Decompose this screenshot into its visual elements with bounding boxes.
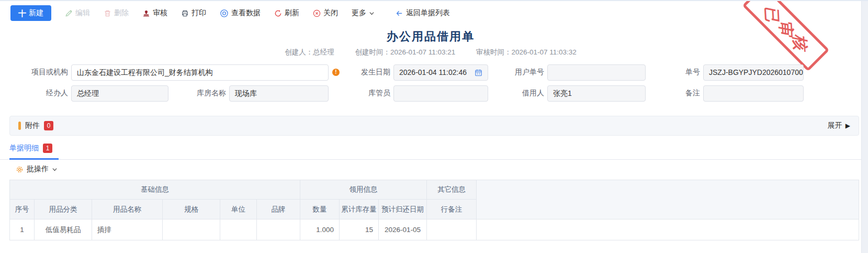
chevron-down-icon — [52, 167, 58, 172]
cell-category: 低值易耗品 — [35, 219, 92, 240]
close-circle-icon — [313, 9, 321, 17]
calendar-icon[interactable] — [475, 69, 482, 76]
project-org-input[interactable]: 山东金石建设工程有限公司_财务结算机构 — [71, 64, 329, 81]
col-row-remark: 行备注 — [427, 200, 477, 219]
batch-ops-label: 批操作 — [27, 164, 49, 174]
edit-button-label: 编辑 — [75, 8, 90, 18]
col-cumulative-stock: 累计库存量 — [340, 200, 379, 219]
delete-button: 删除 — [104, 8, 129, 18]
row-filler-cell — [477, 219, 859, 240]
attachments-count-badge: 0 — [44, 121, 53, 130]
col-quantity: 数量 — [300, 200, 340, 219]
warehouse-name-label: 库房名称 — [195, 89, 226, 98]
field-warehouse-name: 库房名称 现场库 — [195, 85, 329, 102]
cell-quantity: 1.000 — [300, 219, 340, 240]
batch-ops-button[interactable]: 批操作 — [16, 164, 58, 174]
expand-label: 展开 — [828, 121, 842, 130]
doc-no-input[interactable]: JSZJ-BGYPJYD20260107001 — [703, 64, 804, 81]
refresh-button[interactable]: 刷新 — [274, 8, 299, 18]
created-time-value: 2026-01-07 11:03:21 — [390, 48, 455, 56]
group-usage-info: 领用信息 — [300, 180, 427, 200]
audit-button-label: 审核 — [153, 8, 167, 18]
field-remark: 备注 — [677, 85, 804, 102]
borrower-input[interactable]: 张亮1 — [547, 85, 646, 102]
occur-date-value: 2026-01-04 11:02:46 — [399, 65, 467, 80]
field-warehouse-keeper: 库管员 — [363, 85, 488, 102]
col-unit: 单位 — [220, 200, 257, 219]
pencil-icon — [65, 9, 73, 17]
new-button-label: 新建 — [29, 8, 43, 18]
col-item-name: 用品名称 — [92, 200, 163, 219]
col-spec: 规格 — [163, 200, 220, 219]
eye-icon — [220, 9, 229, 18]
info-icon[interactable]: ! — [332, 69, 340, 76]
back-to-list-label: 返回单据列表 — [406, 8, 450, 18]
col-expected-return-date: 预计归还日期 — [379, 200, 427, 219]
handler-label: 经办人 — [41, 89, 68, 98]
project-org-label: 项目或机构 — [19, 68, 68, 77]
table-row[interactable]: 1 低值易耗品 插排 1.000 15 2026-01-05 — [10, 219, 859, 240]
cell-unit — [220, 219, 257, 240]
plus-icon: 十 — [18, 9, 26, 17]
doc-no-label: 单号 — [677, 68, 700, 77]
chevron-down-icon — [369, 10, 375, 16]
field-borrower: 借用人 张亮1 — [517, 85, 646, 102]
refresh-icon — [274, 9, 282, 17]
creator-value: 总经理 — [313, 48, 334, 56]
warehouse-keeper-label: 库管员 — [363, 89, 390, 98]
right-gutter — [861, 1, 868, 253]
print-button[interactable]: 打印 — [181, 8, 206, 18]
cell-spec — [163, 219, 220, 240]
new-button[interactable]: 十新建 — [10, 5, 51, 21]
audited-time-label: 审核时间： — [476, 48, 512, 56]
triangle-right-icon: ▶ — [846, 122, 850, 129]
more-button-label: 更多 — [352, 8, 366, 18]
cell-row-remark — [427, 219, 477, 240]
attachments-bar[interactable]: 附件 0 展开 ▶ — [9, 116, 859, 136]
tab-doc-detail[interactable]: 单据明细 1 — [9, 144, 52, 153]
edit-button: 编辑 — [65, 8, 90, 18]
trash-icon — [104, 9, 111, 17]
field-doc-no: 单号 JSZJ-BGYPJYD20260107001 — [677, 64, 804, 81]
cell-expected-return-date: 2026-01-05 — [379, 219, 427, 240]
audited-time-value: 2026-01-07 11:03:32 — [512, 48, 577, 56]
field-occur-date: 发生日期 2026-01-04 11:02:46 — [360, 64, 488, 81]
cell-seq: 1 — [10, 219, 35, 240]
printer-icon — [181, 9, 189, 17]
col-category: 用品分类 — [35, 200, 92, 219]
group-other-info: 其它信息 — [427, 180, 477, 200]
warehouse-name-input[interactable]: 现场库 — [229, 85, 329, 102]
office-supply-borrow-form-page: 十新建 编辑 删除 审核 打印 查看数据 刷新 关闭 — [0, 1, 868, 253]
created-time-label: 创建时间： — [355, 48, 390, 56]
created-time-meta: 创建时间：2026-01-07 11:03:21 — [355, 48, 455, 56]
attachment-marker-icon — [18, 122, 21, 130]
print-button-label: 打印 — [191, 8, 206, 18]
warehouse-keeper-input[interactable] — [393, 85, 488, 102]
remark-input[interactable] — [703, 85, 804, 102]
col-brand: 品牌 — [257, 200, 300, 219]
tab-bar: 单据明细 1 — [0, 141, 861, 160]
audited-time-meta: 审核时间：2026-01-07 11:03:32 — [476, 48, 577, 56]
creator-meta: 创建人：总经理 — [285, 48, 334, 56]
toolbar: 十新建 编辑 删除 审核 打印 查看数据 刷新 关闭 — [0, 1, 861, 25]
col-seq: 序号 — [10, 200, 35, 219]
view-data-button[interactable]: 查看数据 — [220, 8, 261, 18]
user-order-no-label: 用户单号 — [514, 68, 544, 77]
cell-brand — [257, 219, 300, 240]
close-button-label: 关闭 — [323, 8, 338, 18]
view-data-button-label: 查看数据 — [231, 8, 261, 18]
handler-input[interactable]: 总经理 — [71, 85, 168, 102]
attachments-label: 附件 — [25, 121, 40, 130]
expand-button[interactable]: 展开 ▶ — [828, 121, 850, 130]
more-button[interactable]: 更多 — [352, 8, 375, 18]
back-to-list-button[interactable]: 返回单据列表 — [396, 8, 450, 18]
tab-doc-detail-count-badge: 1 — [43, 144, 52, 153]
refresh-button-label: 刷新 — [285, 8, 299, 18]
occur-date-input[interactable]: 2026-01-04 11:02:46 — [393, 64, 488, 81]
field-handler: 经办人 总经理 — [41, 85, 168, 102]
user-order-no-input[interactable] — [547, 64, 646, 81]
close-button[interactable]: 关闭 — [313, 8, 338, 18]
detail-table: 基础信息 领用信息 其它信息 序号 用品分类 用品名称 规格 单位 品牌 数量 … — [9, 180, 859, 240]
remark-label: 备注 — [677, 89, 700, 98]
audit-button[interactable]: 审核 — [142, 8, 167, 18]
